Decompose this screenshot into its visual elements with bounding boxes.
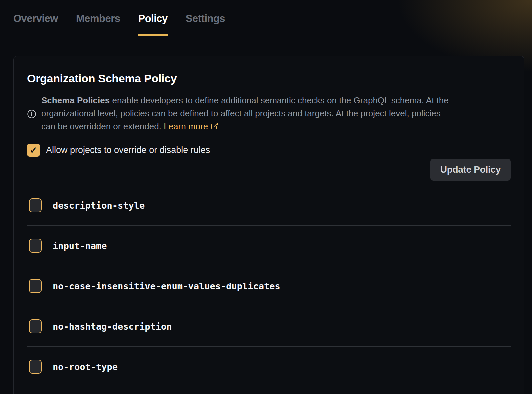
org-tabbar: Overview Members Policy Settings — [0, 0, 532, 37]
rule-name: no-hashtag-description — [53, 321, 172, 332]
rule-checkbox[interactable] — [29, 239, 42, 253]
update-policy-button[interactable]: Update Policy — [430, 159, 511, 181]
description-line-2: organizational level, policies can be de… — [41, 107, 449, 120]
active-tab-underline — [138, 34, 167, 36]
rule-checkbox[interactable] — [29, 279, 42, 293]
rule-row-no-hashtag-description[interactable]: no-hashtag-description — [27, 306, 511, 347]
description-text: Schema Policies enable developers to def… — [41, 94, 449, 134]
allow-override-row: ✓ Allow projects to override or disable … — [27, 144, 511, 157]
tab-settings[interactable]: Settings — [186, 0, 225, 37]
allow-override-label[interactable]: Allow projects to override or disable ru… — [46, 145, 210, 155]
description-line-3-text: can be overridden or extended. — [41, 121, 161, 131]
tab-members[interactable]: Members — [76, 0, 120, 37]
external-link-icon — [211, 121, 219, 134]
rules-list: description-style input-name no-case-ins… — [27, 185, 511, 387]
rule-row-input-name[interactable]: input-name — [27, 226, 511, 266]
rule-name: input-name — [53, 241, 107, 251]
rule-checkbox[interactable] — [29, 360, 42, 374]
rule-checkbox[interactable] — [29, 319, 42, 333]
description-bold-lead: Schema Policies — [41, 95, 110, 105]
rule-name: description-style — [53, 200, 145, 211]
rule-name: no-root-type — [53, 362, 118, 372]
rule-row-no-root-type[interactable]: no-root-type — [27, 347, 511, 387]
tab-overview[interactable]: Overview — [13, 0, 58, 37]
check-icon: ✓ — [30, 145, 37, 156]
allow-override-checkbox[interactable]: ✓ — [27, 144, 40, 157]
learn-more-link[interactable]: Learn more — [164, 121, 219, 131]
update-policy-row: Update Policy — [27, 159, 511, 181]
rule-checkbox[interactable] — [29, 198, 42, 212]
tab-policy[interactable]: Policy — [138, 0, 167, 37]
tab-overview-label: Overview — [13, 13, 58, 25]
tab-members-label: Members — [76, 13, 120, 25]
rule-row-no-case-insensitive-enum-values-duplicates[interactable]: no-case-insensitive-enum-values-duplicat… — [27, 266, 511, 306]
page-title: Organization Schema Policy — [27, 72, 511, 85]
rule-name: no-case-insensitive-enum-values-duplicat… — [53, 281, 280, 291]
tab-settings-label: Settings — [186, 13, 225, 25]
schema-policy-card: Organization Schema Policy Schema Polici… — [13, 56, 524, 394]
tab-policy-label: Policy — [138, 13, 167, 25]
info-icon — [27, 109, 36, 119]
description-line-1: Schema Policies enable developers to def… — [41, 94, 449, 107]
rule-row-description-style[interactable]: description-style — [27, 185, 511, 226]
learn-more-label: Learn more — [164, 121, 208, 131]
policy-description: Schema Policies enable developers to def… — [27, 94, 511, 134]
description-line-1-rest: enable developers to define additional s… — [110, 95, 449, 105]
description-line-3: can be overridden or extended. Learn mor… — [41, 120, 449, 134]
